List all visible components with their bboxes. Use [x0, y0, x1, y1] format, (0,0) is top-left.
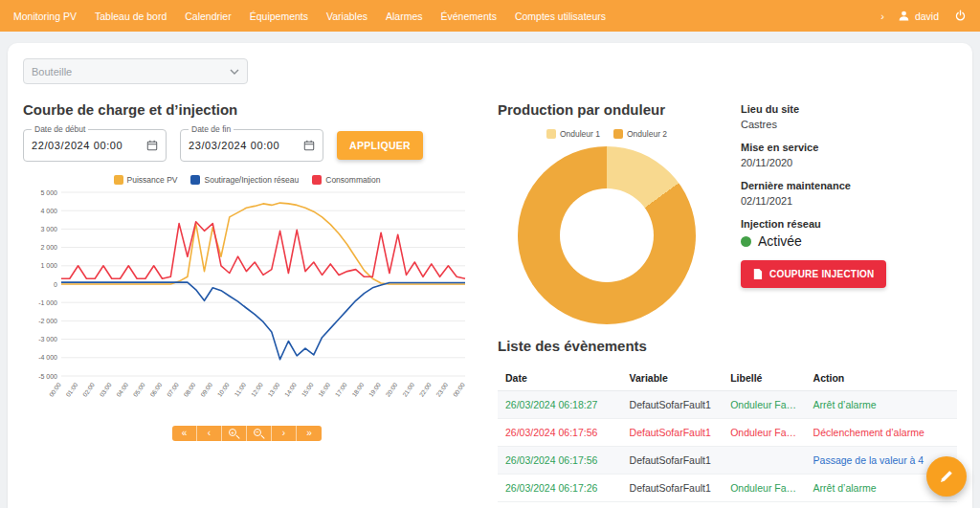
nav-more-icon[interactable]: ›	[880, 11, 884, 22]
nav-item-equipements[interactable]: Équipements	[250, 11, 308, 22]
nav-items: Monitoring PVTableau de bordCalendrierÉq…	[13, 11, 880, 22]
coupure-injection-button[interactable]: COUPURE INJECTION	[741, 260, 886, 288]
svg-text:2 000: 2 000	[40, 244, 57, 251]
user-icon	[898, 10, 910, 22]
svg-text:00:00: 00:00	[48, 381, 62, 398]
chart-pager: «‹+−›»	[23, 426, 471, 441]
user-menu[interactable]: david	[898, 10, 939, 22]
svg-text:01:00: 01:00	[64, 381, 78, 398]
svg-text:00:00: 00:00	[452, 381, 466, 398]
prev-page-icon: ‹	[208, 429, 211, 438]
nav-item-calendrier[interactable]: Calendrier	[185, 11, 231, 22]
svg-text:09:00: 09:00	[199, 381, 213, 398]
legend-item-consommation[interactable]: Consommation	[312, 175, 380, 185]
svg-text:20:00: 20:00	[384, 381, 398, 398]
event-libelle-cell	[723, 447, 805, 475]
table-row: 26/03/2024 06:17:56DefautSofarFault1Ondu…	[498, 419, 957, 447]
event-date-cell: 26/03/2024 06:17:56	[498, 447, 622, 475]
nav-item-variables[interactable]: Variables	[326, 11, 368, 22]
svg-text:18:00: 18:00	[350, 381, 365, 398]
nav-right: david	[898, 10, 967, 22]
svg-text:04:00: 04:00	[115, 381, 129, 398]
calendar-icon[interactable]	[146, 140, 158, 151]
commissioning-label: Mise en service	[741, 142, 957, 153]
donut-hole	[560, 188, 654, 282]
legend-label: Onduleur 1	[560, 129, 600, 139]
nav-item-alarmes[interactable]: Alarmes	[386, 11, 423, 22]
svg-text:0: 0	[54, 281, 57, 288]
nav-item-monitoring-pv[interactable]: Monitoring PV	[13, 11, 77, 22]
svg-text:07:00: 07:00	[166, 381, 180, 398]
date-start-input[interactable]: Date de début 22/03/2024 00:00	[23, 129, 167, 162]
load-curve-chart: -5 000-4 000-3 000-2 000-1 00001 0002 00…	[23, 187, 471, 420]
legend-swatch-icon	[114, 175, 123, 185]
zoom-in-icon: +	[229, 429, 239, 439]
events-column-date: Date	[498, 365, 622, 391]
legend-swatch-icon	[190, 175, 200, 185]
site-select-value: Bouteille	[32, 66, 72, 77]
legend-item-soutirage-injection-reseau[interactable]: Soutirage/Injection réseau	[190, 175, 299, 185]
legend-item-puissance-pv[interactable]: Puissance PV	[114, 175, 178, 185]
legend-label: Puissance PV	[127, 175, 178, 185]
events-header-row: DateVariableLibelléAction	[498, 365, 957, 391]
nav-item-tableau-de-bord[interactable]: Tableau de bord	[95, 11, 167, 22]
svg-text:-1 000: -1 000	[38, 299, 57, 306]
nav-item-evenements[interactable]: Événements	[441, 11, 497, 22]
events-title: Liste des évènements	[498, 338, 957, 354]
event-action-cell: Déclenchement d’alarme	[806, 419, 957, 447]
svg-text:3 000: 3 000	[40, 226, 57, 232]
load-curve-section: Courbe de charge et d’injection Date de …	[23, 101, 471, 502]
edit-fab-button[interactable]	[926, 456, 967, 497]
legend-label: Onduleur 2	[627, 129, 667, 139]
legend-item-onduleur-1[interactable]: Onduleur 1	[546, 129, 600, 139]
event-libelle-cell: Onduleur Fault1	[723, 419, 805, 447]
maintenance-value: 02/11/2021	[741, 195, 957, 207]
legend-item-onduleur-2[interactable]: Onduleur 2	[613, 129, 667, 139]
pager-next-page-button[interactable]: ›	[272, 426, 297, 441]
line-chart-legend: Puissance PVSoutirage/Injection réseauCo…	[23, 175, 471, 185]
table-row: 26/03/2024 06:18:27DefautSofarFault1Ondu…	[498, 391, 957, 419]
svg-text:16:00: 16:00	[317, 381, 331, 398]
pager-zoom-out-button[interactable]: −	[247, 426, 272, 441]
svg-text:12:00: 12:00	[250, 381, 264, 398]
document-icon	[752, 268, 763, 280]
main-card: Bouteille Courbe de charge et d’injectio…	[8, 43, 972, 508]
pager-prev-page-button[interactable]: ‹	[197, 426, 222, 441]
events-column-libelle: Libellé	[723, 365, 805, 391]
pager-zoom-in-button[interactable]: +	[222, 426, 247, 441]
events-column-variable: Variable	[622, 365, 724, 391]
site-location-value: Castres	[741, 119, 957, 130]
pager-first-page-button[interactable]: «	[172, 426, 197, 441]
site-info-panel: Lieu du site Castres Mise en service 20/…	[741, 101, 957, 324]
events-column-action: Action	[806, 365, 957, 391]
top-navbar: Monitoring PVTableau de bordCalendrierÉq…	[0, 0, 980, 32]
site-select[interactable]: Bouteille	[23, 58, 248, 84]
date-end-input[interactable]: Date de fin 23/03/2024 00:00	[180, 129, 323, 162]
svg-text:17:00: 17:00	[334, 381, 348, 398]
svg-text:19:00: 19:00	[368, 381, 382, 398]
event-action-cell: Arrêt d’alarme	[806, 391, 957, 419]
svg-text:11:00: 11:00	[233, 381, 247, 397]
svg-text:13:00: 13:00	[266, 381, 280, 398]
apply-button[interactable]: APPLIQUER	[337, 131, 423, 160]
next-page-icon: ›	[282, 429, 285, 438]
calendar-icon[interactable]	[303, 140, 315, 151]
legend-label: Soutirage/Injection réseau	[204, 175, 299, 185]
pager-last-page-button[interactable]: »	[297, 426, 322, 441]
commissioning-value: 20/11/2020	[741, 157, 957, 168]
svg-text:05:00: 05:00	[132, 381, 146, 398]
svg-text:5 000: 5 000	[40, 189, 57, 196]
event-date-cell: 26/03/2024 06:17:26	[498, 475, 622, 502]
date-end-label: Date de fin	[189, 124, 234, 134]
legend-label: Consommation	[325, 175, 380, 185]
svg-text:14:00: 14:00	[283, 381, 298, 398]
nav-item-comptes-utilisateurs[interactable]: Comptes utilisateurs	[515, 11, 606, 22]
inverter-donut-chart	[518, 146, 696, 324]
logout-power-button[interactable]	[954, 10, 967, 22]
svg-text:-4 000: -4 000	[38, 354, 57, 361]
series-puissance-pv	[61, 203, 465, 284]
svg-text:-5 000: -5 000	[38, 373, 57, 380]
table-row: 26/03/2024 06:17:26DefautSofarFault1Ondu…	[498, 475, 957, 502]
svg-text:06:00: 06:00	[148, 381, 163, 398]
site-location-label: Lieu du site	[741, 103, 957, 115]
